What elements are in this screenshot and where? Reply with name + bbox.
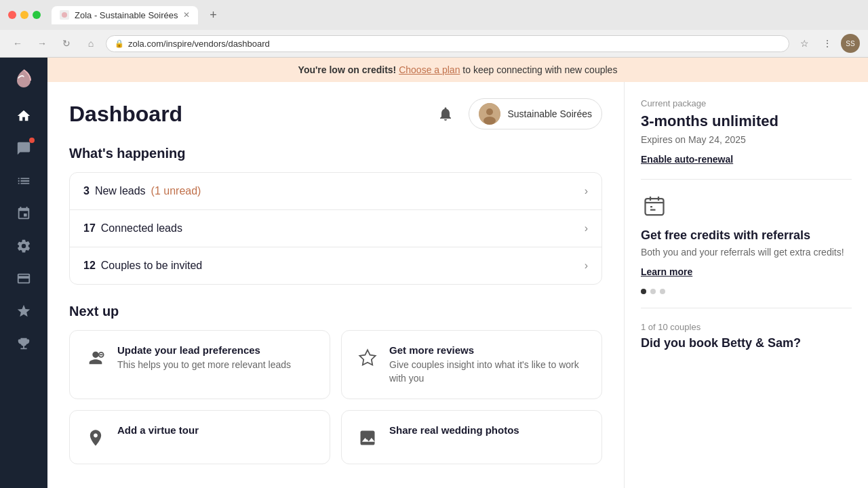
learn-more-link[interactable]: Learn more [641,266,692,277]
next-up-title: Next up [69,304,602,319]
lead-preferences-desc: This helps you to get more relevant lead… [117,359,291,372]
get-reviews-desc: Give couples insight into what it's like… [389,359,588,385]
wedding-photos-title: Share real wedding photos [389,424,519,436]
virtual-tour-card[interactable]: Add a virtue tour [69,410,330,464]
carousel-dot-1[interactable] [641,289,646,294]
divider-1 [641,179,852,180]
refresh-button[interactable]: ↻ [57,34,76,53]
new-leads-label: New leads [95,185,146,197]
browser-tab[interactable]: Zola - Sustainable Soirées ✕ [52,6,198,24]
new-leads-count: 3 [83,185,90,197]
booking-count: 1 of 10 couples [641,322,852,332]
sidebar-item-messages[interactable] [9,134,39,163]
sidebar [0,58,47,488]
star-button[interactable]: ☆ [795,34,814,53]
vendor-avatar [479,103,500,125]
lead-preferences-content: Update your lead preferences This helps … [117,344,291,372]
connected-leads-chevron: › [585,222,588,235]
couples-invited-chevron: › [585,260,588,272]
banner-text: You're low on credits! [298,64,397,75]
page-header: Dashboard Sustainable Soirées [69,98,602,129]
star-icon [355,346,380,370]
right-panel: Current package 3-months unlimited Expir… [624,82,868,488]
header-actions: Sustainable Soirées [433,98,602,129]
vendor-profile-button[interactable]: Sustainable Soirées [469,98,602,129]
lock-icon: 🔒 [115,39,124,48]
photos-icon [355,426,380,450]
package-label: Current package [641,98,852,108]
svg-rect-6 [646,199,664,215]
connected-leads-info: 17 Connected leads [83,222,182,235]
sidebar-item-leads[interactable] [9,166,39,196]
choose-plan-link[interactable]: Choose a plan [399,64,460,75]
tab-favicon [60,10,69,20]
menu-button[interactable]: ⋮ [818,34,837,53]
sidebar-item-billing[interactable] [9,264,39,293]
new-leads-unread: (1 unread) [151,185,201,197]
browser-avatar-initials: SS [846,40,854,47]
banner-suffix: to keep connecting with new couples [462,64,617,75]
booking-section: 1 of 10 couples Did you book Betty & Sam… [641,322,852,350]
couples-invited-label: Couples to be invited [101,260,202,272]
page-title: Dashboard [69,102,182,127]
lead-preferences-title: Update your lead preferences [117,344,291,356]
connected-leads-count: 17 [83,222,96,235]
whats-happening-title: What's happening [69,146,602,161]
referral-desc: Both you and your referrals will get ext… [641,247,852,258]
minimize-dot[interactable] [20,11,28,19]
home-button[interactable]: ⌂ [81,34,100,53]
virtual-tour-content: Add a virtue tour [117,424,199,439]
carousel-dot-2[interactable] [650,289,656,294]
new-leads-info: 3 New leads (1 unread) [83,185,201,197]
connected-leads-item[interactable]: 17 Connected leads › [70,210,601,247]
referral-icon [641,193,668,220]
get-reviews-content: Get more reviews Give couples insight in… [389,344,588,385]
sidebar-item-calendar[interactable] [9,199,39,228]
wedding-photos-card[interactable]: Share real wedding photos [341,410,602,464]
auto-renewal-link[interactable]: Enable auto-renewal [641,154,733,165]
browser-dots [8,11,41,19]
app-container: You're low on credits! Choose a plan to … [0,58,868,488]
browser-titlebar: Zola - Sustainable Soirées ✕ + [0,0,868,30]
package-name: 3-months unlimited [641,113,852,130]
sidebar-item-settings[interactable] [9,231,39,261]
back-button[interactable]: ← [8,34,27,53]
new-leads-chevron: › [585,185,588,197]
connected-leads-label: Connected leads [101,222,182,235]
new-leads-item[interactable]: 3 New leads (1 unread) › [70,173,601,210]
main-content: You're low on credits! Choose a plan to … [47,58,868,488]
referral-title: Get free credits with referrals [641,228,852,243]
new-tab-button[interactable]: + [203,5,222,24]
lead-preferences-card[interactable]: Update your lead preferences This helps … [69,330,330,399]
sidebar-item-home[interactable] [9,101,39,131]
low-credits-banner: You're low on credits! Choose a plan to … [47,58,868,82]
tab-close-button[interactable]: ✕ [183,10,190,20]
notifications-button[interactable] [433,102,458,126]
browser-user-avatar[interactable]: SS [841,34,860,53]
booking-question: Did you book Betty & Sam? [641,336,852,350]
wedding-photos-content: Share real wedding photos [389,424,519,439]
maximize-dot[interactable] [33,11,41,19]
url-text: zola.com/inspire/vendors/dashboard [128,39,270,49]
get-reviews-title: Get more reviews [389,344,588,356]
content-area: Dashboard Sustainable Soirées Wh [47,82,868,488]
svg-point-2 [486,108,493,115]
virtual-tour-title: Add a virtue tour [117,424,199,436]
forward-button[interactable]: → [33,34,52,53]
carousel-dot-3[interactable] [660,289,665,294]
couples-invited-item[interactable]: 12 Couples to be invited › [70,247,601,284]
app-logo[interactable] [10,66,37,93]
get-reviews-card[interactable]: Get more reviews Give couples insight in… [341,330,602,399]
couples-invited-count: 12 [83,260,96,272]
sidebar-item-favorites[interactable] [9,296,39,326]
browser-chrome: Zola - Sustainable Soirées ✕ + ← → ↻ ⌂ 🔒… [0,0,868,58]
svg-point-3 [484,117,496,125]
address-bar[interactable]: 🔒 zola.com/inspire/vendors/dashboard [106,35,789,52]
next-up-grid: Update your lead preferences This helps … [69,330,602,464]
toolbar-actions: ☆ ⋮ SS [795,34,860,53]
leads-list: 3 New leads (1 unread) › 17 Connected le… [69,172,602,285]
tab-title: Zola - Sustainable Soirées [75,10,178,20]
close-dot[interactable] [8,11,16,19]
vendor-name: Sustainable Soirées [507,108,592,119]
sidebar-item-awards[interactable] [9,329,39,359]
